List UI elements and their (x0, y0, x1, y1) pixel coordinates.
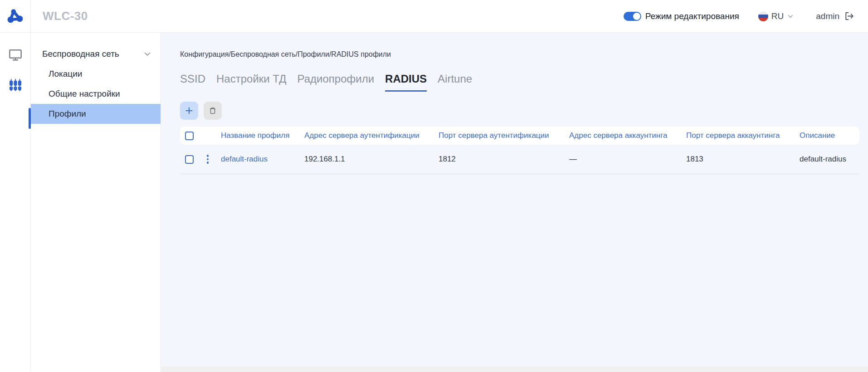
profile-name-link[interactable]: default-radius (221, 155, 304, 164)
tab-airtune[interactable]: Airtune (438, 73, 472, 92)
monitor-icon (8, 48, 23, 62)
horizontal-scrollbar[interactable] (161, 367, 868, 372)
username: admin (816, 11, 839, 21)
chevron-down-icon (143, 50, 151, 58)
content-area: Конфигурация/Беспроводная сеть/Профили/R… (161, 33, 868, 367)
radius-profiles-table: Название профиля Адрес сервера аутентифи… (180, 127, 859, 174)
configuration-nav-button[interactable] (7, 76, 24, 93)
sidebar-item-general-settings[interactable]: Общие настройки (31, 84, 161, 104)
column-header-acct-address: Адрес сервера аккаунтинга (569, 131, 686, 140)
icon-rail (0, 33, 31, 372)
sidebar-item-label: Профили (49, 109, 86, 119)
logout-icon[interactable] (844, 11, 854, 21)
language-selector[interactable]: RU (758, 11, 794, 21)
sidebar-section-label: Беспроводная сеть (42, 49, 119, 59)
sidebar-item-label: Локации (49, 69, 82, 79)
toggle-knob (632, 12, 641, 21)
table-header-row: Название профиля Адрес сервера аутентифи… (180, 127, 859, 145)
breadcrumb: Конфигурация/Беспроводная сеть/Профили/R… (180, 50, 859, 59)
row-checkbox[interactable] (185, 155, 194, 164)
edit-mode-toggle[interactable] (624, 12, 641, 21)
tab-radius[interactable]: RADIUS (385, 73, 427, 92)
add-profile-button[interactable] (180, 102, 198, 120)
topbar: WLC-30 Режим редактирования RU admin (0, 0, 868, 33)
tab-radio-profiles[interactable]: Радиопрофили (297, 73, 374, 92)
auth-port-cell: 1812 (439, 155, 569, 164)
column-header-auth-address: Адрес сервера аутентификации (304, 131, 439, 140)
delete-profile-button[interactable] (204, 102, 222, 120)
sidebar-item-locations[interactable]: Локации (31, 64, 161, 84)
sidebar: Беспроводная сеть Локации Общие настройк… (31, 33, 161, 372)
app-title: WLC-30 (43, 9, 88, 23)
chevron-down-icon (787, 13, 794, 20)
tab-ap-settings[interactable]: Настройки ТД (216, 73, 286, 92)
auth-address-cell: 192.168.1.1 (304, 155, 439, 164)
plus-icon (185, 106, 194, 115)
active-section-indicator (29, 108, 31, 129)
edit-mode-label: Режим редактирования (645, 11, 739, 21)
column-header-description: Описание (800, 131, 859, 140)
app-window: WLC-30 Режим редактирования RU admin (0, 0, 868, 372)
flag-ru-icon (758, 11, 768, 21)
edit-mode-group: Режим редактирования (624, 11, 739, 21)
logo-molecule-icon (7, 8, 24, 25)
tab-bar: SSID Настройки ТД Радиопрофили RADIUS Ai… (180, 73, 859, 92)
acct-address-cell: — (569, 155, 686, 164)
trash-icon (208, 106, 217, 115)
column-header-auth-port: Порт сервера аутентификации (439, 131, 569, 140)
select-all-checkbox[interactable] (185, 132, 194, 140)
language-code: RU (771, 11, 784, 21)
tab-ssid[interactable]: SSID (180, 73, 205, 92)
column-header-name: Название профиля (221, 131, 304, 140)
acct-port-cell: 1813 (686, 155, 800, 164)
row-actions-kebab-icon[interactable] (204, 153, 212, 166)
app-logo (0, 0, 31, 33)
table-row: default-radius 192.168.1.1 1812 — 1813 d… (180, 145, 859, 174)
sidebar-item-profiles[interactable]: Профили (31, 104, 161, 124)
description-cell: default-radius (800, 155, 859, 164)
monitoring-nav-button[interactable] (7, 46, 24, 64)
sliders-icon (8, 78, 23, 92)
sidebar-item-label: Общие настройки (49, 89, 120, 99)
user-menu[interactable]: admin (816, 11, 854, 21)
topbar-right: Режим редактирования RU admin (624, 11, 868, 21)
table-toolbar (180, 102, 859, 120)
sidebar-section-wireless-network[interactable]: Беспроводная сеть (31, 44, 161, 64)
column-header-acct-port: Порт сервера аккаунтинга (686, 131, 800, 140)
